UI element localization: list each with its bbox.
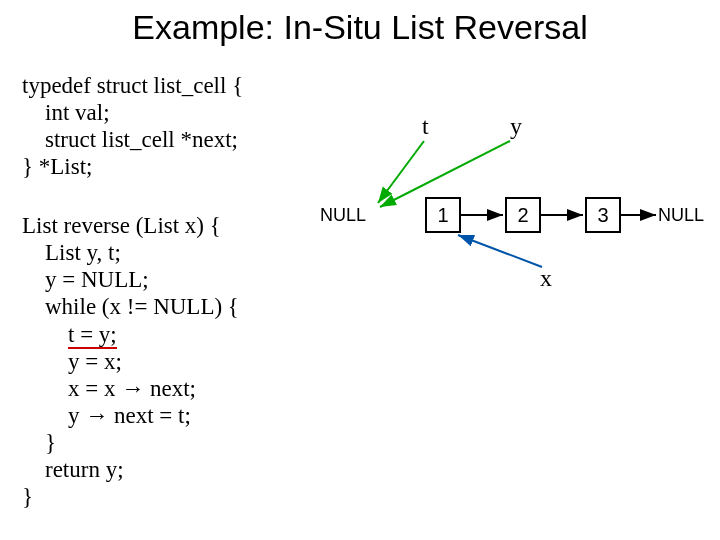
typedef-code: typedef struct list_cell { int val; stru… xyxy=(22,72,243,181)
reverse-code: List reverse (List x) { List y, t; y = N… xyxy=(22,212,239,510)
reverse-l11: } xyxy=(22,484,33,509)
list-diagram: t y x NULL NULL 1 2 3 xyxy=(310,105,720,325)
typedef-l4: } *List; xyxy=(22,154,92,179)
reverse-l5-pre xyxy=(22,322,68,347)
null-right: NULL xyxy=(658,205,704,226)
node-2: 2 xyxy=(505,197,541,233)
typedef-l2: int val; xyxy=(22,100,110,125)
node-1: 1 xyxy=(425,197,461,233)
pointer-x: x xyxy=(540,265,552,292)
reverse-l9: } xyxy=(22,430,56,455)
reverse-l6: y = x; xyxy=(22,349,122,374)
svg-line-0 xyxy=(378,141,424,203)
reverse-l4: while (x != NULL) { xyxy=(22,294,239,319)
pointer-y: y xyxy=(510,113,522,140)
reverse-l8: y → next = t; xyxy=(22,403,191,428)
reverse-l2: List y, t; xyxy=(22,240,121,265)
slide-title: Example: In-Situ List Reversal xyxy=(0,0,720,47)
reverse-l10: return y; xyxy=(22,457,124,482)
typedef-l1: typedef struct list_cell { xyxy=(22,73,243,98)
svg-line-2 xyxy=(458,235,542,267)
reverse-l7: x = x → next; xyxy=(22,376,196,401)
typedef-l3: struct list_cell *next; xyxy=(22,127,238,152)
node-3: 3 xyxy=(585,197,621,233)
slide: Example: In-Situ List Reversal typedef s… xyxy=(0,0,720,540)
reverse-l5-highlight: t = y; xyxy=(68,322,117,349)
pointer-t: t xyxy=(422,113,429,140)
null-left: NULL xyxy=(320,205,366,226)
reverse-l3: y = NULL; xyxy=(22,267,149,292)
reverse-l1: List reverse (List x) { xyxy=(22,213,221,238)
